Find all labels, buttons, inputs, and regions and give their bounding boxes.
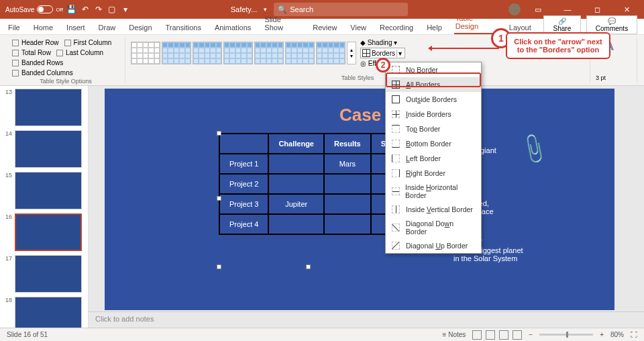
slide-thumbnails[interactable]: 13 14 15 16 17 18 bbox=[0, 86, 89, 328]
borders-button[interactable]: Borders ▾ bbox=[360, 48, 405, 58]
tab-table-design[interactable]: Table Design bbox=[454, 11, 497, 34]
qat-more-icon[interactable]: ▾ bbox=[121, 5, 130, 14]
shading-button[interactable]: ◆ Shading ▾ bbox=[360, 39, 405, 46]
slide-title[interactable]: Case bbox=[339, 105, 381, 126]
tab-file[interactable]: File bbox=[7, 21, 21, 34]
fit-to-window-icon[interactable]: ⛶ bbox=[631, 331, 637, 338]
table-style-thumb[interactable] bbox=[285, 42, 315, 64]
left-border-item[interactable]: Left Border bbox=[386, 151, 481, 166]
borders-icon bbox=[362, 49, 370, 57]
first-column-checkbox[interactable]: First Column bbox=[64, 39, 112, 46]
thumbnail-15[interactable] bbox=[15, 172, 82, 209]
right-border-item[interactable]: Right Border bbox=[386, 166, 481, 181]
diagonal-down-item[interactable]: Diagonal Down Border bbox=[386, 217, 481, 238]
no-border-item[interactable]: No Border bbox=[386, 62, 481, 77]
safety-pin-icon: 📎 bbox=[516, 131, 552, 166]
tab-slideshow[interactable]: Slide Show bbox=[263, 13, 301, 34]
table-style-options-label: Table Style Options bbox=[12, 77, 119, 85]
table-style-thumb[interactable] bbox=[193, 42, 222, 64]
tab-animations[interactable]: Animations bbox=[213, 21, 252, 34]
outside-borders-item[interactable]: Outside Borders bbox=[386, 92, 481, 107]
callout-badge-2: 2 bbox=[376, 58, 390, 72]
header-row-checkbox[interactable]: Header Row bbox=[12, 39, 59, 46]
callout-text: Click on the "arrow" next to the "Border… bbox=[506, 32, 610, 59]
save-icon[interactable]: 💾 bbox=[67, 5, 76, 14]
tab-help[interactable]: Help bbox=[425, 21, 443, 34]
tab-insert[interactable]: Insert bbox=[65, 21, 87, 34]
table-style-thumb[interactable] bbox=[316, 42, 345, 64]
slide-indicator[interactable]: Slide 16 of 51 bbox=[7, 331, 48, 338]
table-style-thumb[interactable] bbox=[131, 42, 160, 64]
table-styles-label: Table Styles bbox=[131, 73, 584, 81]
bottom-border-item[interactable]: Bottom Border bbox=[386, 136, 481, 151]
notes-pane[interactable]: Click to add notes bbox=[89, 311, 644, 328]
inside-vertical-item[interactable]: Inside Vertical Border bbox=[386, 202, 481, 217]
tab-recording[interactable]: Recording bbox=[378, 21, 415, 34]
slideshow-view-icon[interactable] bbox=[513, 330, 522, 340]
filename[interactable]: Safety... bbox=[231, 5, 258, 13]
thumbnail-13[interactable] bbox=[15, 89, 82, 126]
tab-home[interactable]: Home bbox=[32, 21, 54, 34]
thumbnail-16[interactable] bbox=[15, 213, 82, 251]
thumbnail-17[interactable] bbox=[15, 255, 82, 293]
slideshow-icon[interactable]: ▢ bbox=[107, 5, 117, 14]
tab-design[interactable]: Design bbox=[127, 21, 153, 34]
slide-canvas[interactable]: Case Challenge Results S Project 1Mars P… bbox=[89, 86, 644, 328]
tab-view[interactable]: View bbox=[349, 21, 368, 34]
inside-horizontal-item[interactable]: Inside Horizontal Border bbox=[386, 181, 481, 202]
thumbnail-14[interactable] bbox=[15, 130, 82, 168]
slide: Case Challenge Results S Project 1Mars P… bbox=[105, 89, 614, 310]
statusbar: Slide 16 of 51 ≡ Notes − + 80% ⛶ bbox=[0, 328, 644, 341]
total-row-checkbox[interactable]: Total Row bbox=[12, 49, 51, 56]
zoom-in-button[interactable]: + bbox=[600, 331, 604, 338]
banded-columns-checkbox[interactable]: Banded Columns bbox=[12, 69, 73, 77]
top-border-item[interactable]: Top Border bbox=[386, 121, 481, 136]
borders-dropdown: No Border All Borders Outside Borders In… bbox=[385, 62, 482, 254]
callout-arrow bbox=[429, 48, 499, 49]
comments-button[interactable]: 💬 Comments bbox=[586, 15, 637, 34]
notes-toggle[interactable]: ≡ Notes bbox=[443, 331, 466, 338]
redo-icon[interactable]: ↷ bbox=[94, 5, 103, 14]
zoom-level[interactable]: 80% bbox=[610, 331, 624, 338]
slide-table[interactable]: Challenge Results S Project 1Mars Projec… bbox=[219, 133, 396, 235]
tab-transitions[interactable]: Transitions bbox=[164, 21, 203, 34]
thumbnail-18[interactable] bbox=[15, 297, 82, 328]
tab-review[interactable]: Review bbox=[311, 21, 338, 34]
zoom-slider[interactable] bbox=[539, 334, 593, 336]
diagonal-up-item[interactable]: Diagonal Up Border bbox=[386, 238, 481, 253]
sorter-view-icon[interactable] bbox=[486, 330, 495, 340]
tab-draw[interactable]: Draw bbox=[97, 21, 117, 34]
banded-rows-checkbox[interactable]: Banded Rows bbox=[12, 59, 63, 66]
all-borders-item[interactable]: All Borders bbox=[386, 77, 481, 92]
table-style-thumb[interactable] bbox=[223, 42, 253, 64]
table-style-thumb[interactable] bbox=[162, 42, 191, 64]
table-style-thumb[interactable] bbox=[254, 42, 284, 64]
gallery-more-button[interactable]: ▴▾ bbox=[347, 42, 356, 64]
normal-view-icon[interactable] bbox=[472, 330, 482, 340]
undo-icon[interactable]: ↶ bbox=[80, 5, 90, 14]
zoom-out-button[interactable]: − bbox=[529, 331, 533, 338]
share-button[interactable]: 🔗 Share bbox=[543, 15, 581, 34]
last-column-checkbox[interactable]: Last Column bbox=[56, 49, 103, 56]
pen-weight[interactable]: 3 pt bbox=[596, 75, 631, 81]
borders-arrow[interactable]: ▾ bbox=[396, 50, 403, 57]
avatar[interactable] bbox=[508, 3, 521, 15]
autosave-toggle[interactable]: AutoSave Off bbox=[5, 5, 63, 13]
inside-borders-item[interactable]: Inside Borders bbox=[386, 107, 481, 121]
reading-view-icon[interactable] bbox=[499, 330, 508, 340]
